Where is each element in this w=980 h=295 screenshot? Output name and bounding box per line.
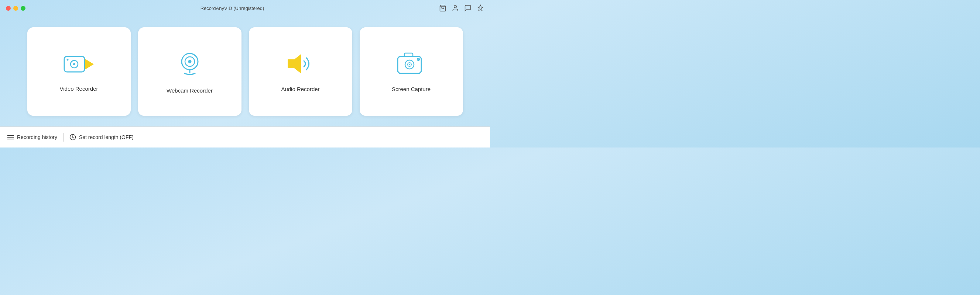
- main-content: Video Recorder Webcam Recorder: [0, 16, 490, 127]
- video-recorder-card[interactable]: Video Recorder: [27, 27, 131, 116]
- set-record-length-label: Set record length (OFF): [79, 134, 134, 140]
- pin-icon[interactable]: [477, 5, 484, 12]
- title-bar: RecordAnyVID (Unregistered): [0, 0, 490, 16]
- recording-history-item[interactable]: Recording history: [7, 134, 62, 140]
- clock-icon: [69, 134, 76, 141]
- video-recorder-icon: [62, 51, 95, 77]
- webcam-recorder-label: Webcam Recorder: [167, 87, 213, 94]
- maximize-button[interactable]: [21, 6, 25, 11]
- app-title: RecordAnyVID (Unregistered): [200, 6, 264, 11]
- message-icon[interactable]: [464, 5, 471, 12]
- svg-point-4: [73, 63, 75, 65]
- svg-point-5: [67, 59, 68, 61]
- svg-marker-6: [85, 59, 94, 69]
- screen-capture-card[interactable]: Screen Capture: [360, 27, 463, 116]
- audio-recorder-card[interactable]: Audio Recorder: [249, 27, 352, 116]
- minimize-button[interactable]: [13, 6, 18, 11]
- recording-history-label: Recording history: [17, 134, 57, 140]
- webcam-recorder-icon: [175, 49, 205, 79]
- separator: [63, 133, 64, 141]
- title-icons-group: [439, 5, 484, 12]
- cart-icon[interactable]: [439, 5, 446, 12]
- video-recorder-label: Video Recorder: [60, 86, 98, 92]
- svg-marker-11: [288, 54, 301, 73]
- audio-recorder-icon: [284, 51, 317, 77]
- svg-point-9: [188, 60, 191, 63]
- bottom-bar: Recording history Set record length (OFF…: [0, 127, 490, 148]
- close-button[interactable]: [6, 6, 11, 11]
- screen-capture-icon: [395, 51, 428, 77]
- audio-recorder-label: Audio Recorder: [281, 86, 320, 92]
- user-icon[interactable]: [452, 5, 459, 12]
- set-record-length-item[interactable]: Set record length (OFF): [65, 134, 138, 141]
- svg-point-17: [418, 59, 419, 60]
- svg-point-1: [454, 6, 457, 8]
- svg-line-23: [73, 138, 74, 138]
- webcam-recorder-card[interactable]: Webcam Recorder: [138, 27, 242, 116]
- screen-capture-label: Screen Capture: [392, 86, 431, 92]
- svg-point-15: [409, 64, 410, 65]
- traffic-lights: [6, 6, 25, 11]
- menu-icon: [7, 135, 14, 140]
